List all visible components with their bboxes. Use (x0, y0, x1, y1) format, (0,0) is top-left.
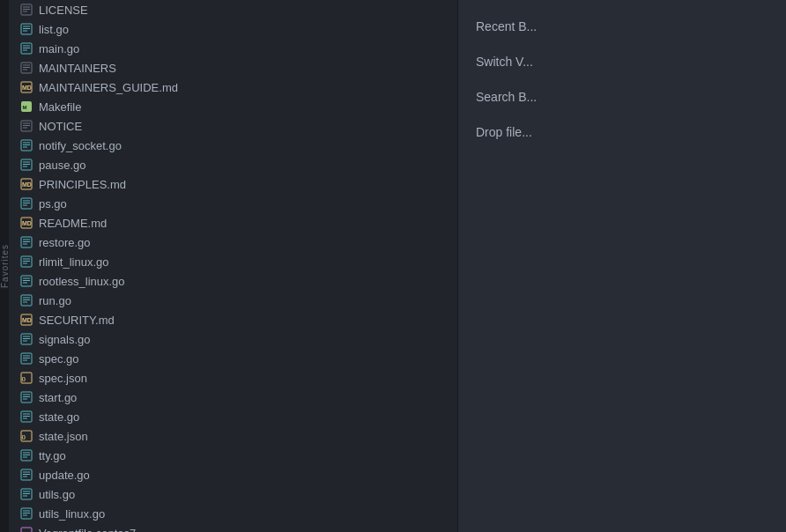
file-item-notice[interactable]: NOTICE (9, 116, 457, 136)
file-explorer-panel: LICENSE list.go main.go (9, 0, 458, 532)
file-name-update-go: update.go (39, 469, 90, 482)
right-panel-item-search[interactable]: Search B... (458, 79, 786, 115)
file-item-main-go[interactable]: main.go (9, 39, 457, 58)
file-name-state-go: state.go (39, 410, 79, 424)
file-item-vagrantfile-centos7[interactable]: V Vagrantfile.centos7 (9, 523, 457, 532)
go-file-icon (19, 274, 33, 288)
generic-file-icon (19, 119, 33, 133)
svg-text:{}: {} (22, 376, 26, 381)
file-item-spec-go[interactable]: spec.go (9, 349, 457, 368)
json-file-icon: {} (19, 371, 33, 385)
go-file-icon (19, 410, 33, 424)
file-name-run-go: run.go (39, 294, 71, 307)
go-file-icon (19, 351, 33, 366)
go-file-icon (19, 235, 33, 249)
file-name-signals-go: signals.go (39, 333, 91, 346)
file-name-license: LICENSE (39, 4, 88, 17)
go-file-icon (19, 158, 33, 172)
file-item-restore-go[interactable]: restore.go (9, 233, 457, 252)
md-file-icon: MD (19, 216, 33, 230)
file-item-license[interactable]: LICENSE (9, 0, 457, 19)
go-file-icon (19, 293, 33, 307)
file-name-vagrantfile-centos7: Vagrantfile.centos7 (39, 527, 136, 533)
file-item-ps-go[interactable]: ps.go (9, 194, 457, 213)
file-item-security-md[interactable]: MD SECURITY.md (9, 310, 457, 329)
file-item-makefile[interactable]: M Makefile (9, 97, 457, 116)
go-file-icon (19, 332, 33, 346)
file-item-run-go[interactable]: run.go (9, 291, 457, 310)
go-file-icon (19, 506, 33, 521)
file-item-readme-md[interactable]: MD README.md (9, 213, 457, 233)
file-name-spec-json: spec.json (39, 372, 87, 385)
json-file-icon: {} (19, 429, 33, 443)
go-file-icon (19, 468, 33, 482)
file-item-update-go[interactable]: update.go (9, 465, 457, 484)
file-name-rootless-linux-go: rootless_linux.go (39, 275, 125, 288)
go-file-icon (19, 448, 33, 462)
svg-text:{}: {} (22, 434, 26, 440)
file-item-utils-go[interactable]: utils.go (9, 484, 457, 504)
file-name-list-go: list.go (39, 23, 69, 36)
go-file-icon (19, 196, 33, 211)
file-item-maintainers[interactable]: MAINTAINERS (9, 58, 457, 78)
file-name-notify-socket-go: notify_socket.go (39, 139, 122, 152)
md-file-icon: MD (19, 177, 33, 191)
file-name-security-md: SECURITY.md (39, 314, 115, 327)
right-panel-item-switch[interactable]: Switch V... (458, 44, 786, 79)
file-name-makefile: Makefile (39, 100, 81, 114)
file-name-pause-go: pause.go (39, 159, 86, 172)
file-name-restore-go: restore.go (39, 236, 91, 249)
md-file-icon: MD (19, 313, 33, 327)
right-panel-content: Recent B...Switch V...Search B...Drop fi… (458, 0, 786, 159)
file-item-spec-json[interactable]: {} spec.json (9, 368, 457, 388)
right-panel-item-recent[interactable]: Recent B... (458, 9, 786, 44)
file-name-state-json: state.json (39, 430, 88, 443)
right-panel: Recent B...Switch V...Search B...Drop fi… (458, 0, 786, 532)
svg-text:MD: MD (22, 85, 32, 91)
generic-file-icon (19, 61, 33, 75)
file-name-utils-linux-go: utils_linux.go (39, 507, 105, 521)
generic-file-icon (19, 3, 33, 17)
svg-text:MD: MD (22, 317, 32, 323)
file-item-notify-socket-go[interactable]: notify_socket.go (9, 136, 457, 155)
md-file-icon: MD (19, 80, 33, 94)
file-name-rlimit-linux-go: rlimit_linux.go (39, 255, 108, 269)
favorites-label: Favorites (0, 244, 10, 288)
file-item-principles-md[interactable]: MD PRINCIPLES.md (9, 174, 457, 194)
file-name-principles-md: PRINCIPLES.md (39, 178, 126, 191)
file-item-rootless-linux-go[interactable]: rootless_linux.go (9, 271, 457, 291)
go-file-icon (19, 255, 33, 269)
file-item-maintainers-guide-md[interactable]: MD MAINTAINERS_GUIDE.md (9, 78, 457, 97)
file-name-readme-md: README.md (39, 217, 107, 230)
favorites-sidebar: Favorites (0, 0, 9, 532)
file-name-notice: NOTICE (39, 120, 82, 133)
file-name-start-go: start.go (39, 391, 77, 404)
file-item-list-go[interactable]: list.go (9, 19, 457, 39)
svg-text:MD: MD (22, 181, 32, 188)
file-item-rlimit-linux-go[interactable]: rlimit_linux.go (9, 252, 457, 271)
file-item-tty-go[interactable]: tty.go (9, 446, 457, 465)
go-file-icon (19, 487, 33, 501)
go-file-icon (19, 138, 33, 152)
file-name-maintainers: MAINTAINERS (39, 62, 116, 75)
file-name-utils-go: utils.go (39, 488, 75, 501)
file-name-maintainers-guide-md: MAINTAINERS_GUIDE.md (39, 81, 178, 94)
file-item-start-go[interactable]: start.go (9, 388, 457, 407)
file-item-pause-go[interactable]: pause.go (9, 155, 457, 174)
makefile-icon: M (19, 100, 33, 114)
file-name-ps-go: ps.go (39, 197, 67, 211)
right-panel-item-drop[interactable]: Drop file... (458, 115, 786, 150)
file-name-tty-go: tty.go (39, 449, 66, 462)
file-item-signals-go[interactable]: signals.go (9, 329, 457, 349)
file-item-state-json[interactable]: {} state.json (9, 426, 457, 446)
svg-text:M: M (23, 105, 27, 110)
go-file-icon (19, 22, 33, 36)
go-file-icon (19, 390, 33, 404)
svg-text:MD: MD (22, 220, 32, 226)
file-name-main-go: main.go (39, 42, 79, 55)
go-file-icon (19, 41, 33, 55)
file-name-spec-go: spec.go (39, 352, 79, 366)
file-item-utils-linux-go[interactable]: utils_linux.go (9, 504, 457, 523)
vagrantfile-icon: V (19, 526, 33, 532)
file-item-state-go[interactable]: state.go (9, 407, 457, 426)
